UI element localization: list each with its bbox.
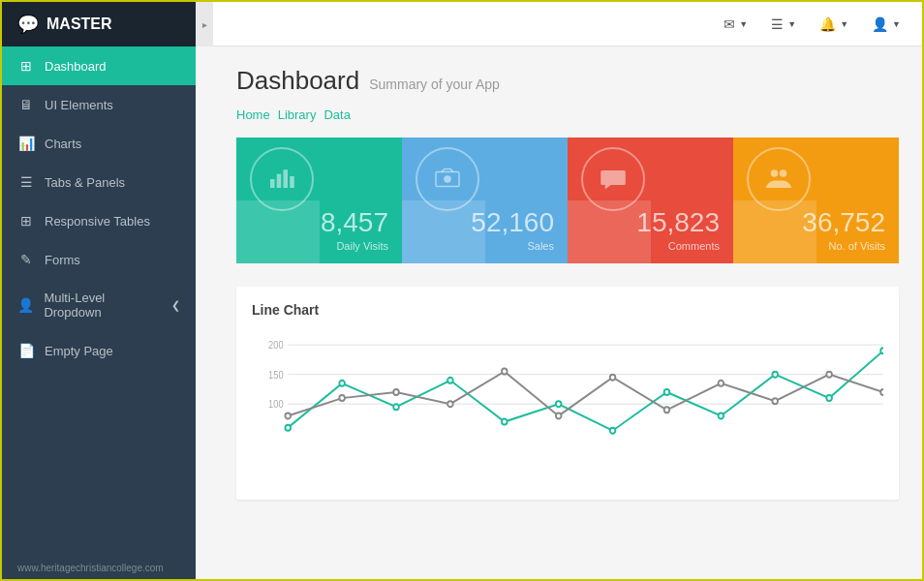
sidebar-item-label: Forms: [45, 253, 80, 267]
page-header: Dashboard Summary of your App: [236, 66, 899, 96]
svg-point-13: [285, 425, 291, 431]
page-content: Dashboard Summary of your App HomeLibrar…: [213, 46, 922, 581]
svg-point-36: [880, 389, 883, 395]
caret-icon: ▼: [787, 19, 796, 29]
tabs-panels-icon: ☰: [17, 174, 35, 190]
line-chart: 100150200: [252, 329, 883, 484]
svg-point-28: [447, 401, 453, 407]
multi-level-icon: 👤: [17, 297, 34, 313]
stats-row: 8,457 Daily Visits 52,160 Sales 15,823 C…: [236, 138, 899, 263]
svg-point-20: [664, 389, 670, 395]
svg-point-21: [719, 413, 724, 418]
sidebar-item-forms[interactable]: ✎ Forms: [2, 240, 196, 279]
svg-point-29: [502, 369, 508, 375]
svg-point-31: [610, 375, 616, 381]
sidebar-item-dashboard[interactable]: ⊞ Dashboard: [2, 46, 196, 85]
sidebar-item-multi-level[interactable]: 👤 Multi-Level Dropdown ❮: [2, 279, 196, 331]
sidebar-item-label: UI Elements: [45, 98, 113, 112]
sidebar-item-charts[interactable]: 📊 Charts: [2, 124, 196, 163]
daily-visits-label: Daily Visits: [250, 240, 388, 252]
dashboard-icon: ⊞: [17, 58, 35, 74]
svg-point-14: [339, 381, 345, 386]
svg-point-17: [502, 419, 508, 425]
svg-point-34: [772, 398, 778, 404]
sidebar-item-label: Responsive Tables: [45, 214, 150, 229]
svg-point-18: [556, 401, 562, 407]
main-content: ✉▼☰▼🔔▼👤▼ Dashboard Summary of your App H…: [213, 2, 922, 581]
bell-icon[interactable]: 🔔▼: [814, 13, 854, 36]
logo-icon: 💬: [17, 14, 39, 35]
breadcrumb: HomeLibraryData: [236, 107, 899, 122]
sidebar-item-empty-page[interactable]: 📄 Empty Page: [2, 331, 196, 370]
daily-visits-value: 8,457: [250, 208, 388, 238]
sidebar-item-label: Tabs & Panels: [45, 175, 125, 190]
topbar: ✉▼☰▼🔔▼👤▼: [213, 2, 922, 46]
sidebar-toggle[interactable]: ▸: [196, 2, 213, 46]
sidebar-item-ui-elements[interactable]: 🖥 UI Elements: [2, 85, 196, 124]
caret-icon: ▼: [840, 19, 848, 29]
svg-rect-3: [290, 176, 294, 188]
caret-icon: ▼: [892, 19, 901, 29]
svg-point-4: [444, 175, 451, 183]
sidebar: 💬 MASTER ⊞ Dashboard 🖥 UI Elements 📊 Cha…: [2, 2, 196, 581]
svg-point-32: [664, 407, 670, 413]
svg-point-24: [880, 348, 883, 353]
sidebar-footer: www.heritagechristiancollege.com: [2, 553, 196, 581]
svg-rect-2: [284, 169, 289, 188]
sidebar-item-label: Multi-Level Dropdown: [44, 290, 162, 320]
svg-point-23: [826, 395, 832, 401]
caret-icon: ▼: [739, 19, 748, 29]
svg-point-15: [393, 404, 399, 410]
page-title: Dashboard: [236, 66, 359, 96]
svg-text:150: 150: [268, 369, 284, 380]
svg-text:100: 100: [268, 399, 284, 410]
svg-point-6: [780, 169, 787, 177]
charts-icon: 📊: [17, 136, 35, 151]
svg-point-35: [826, 372, 832, 378]
bell-icon: 🔔: [819, 16, 836, 32]
sales-value: 52,160: [416, 208, 554, 238]
comments-label: Comments: [581, 240, 720, 252]
chart-title: Line Chart: [252, 302, 883, 318]
arrow-icon: ❮: [171, 299, 180, 312]
stat-card-daily-visits: 8,457 Daily Visits: [236, 138, 402, 263]
sidebar-item-label: Dashboard: [45, 59, 107, 74]
svg-rect-1: [277, 174, 282, 188]
svg-point-27: [393, 389, 399, 395]
svg-point-19: [610, 428, 616, 434]
breadcrumb-item-0[interactable]: Home: [236, 107, 270, 122]
breadcrumb-item-2[interactable]: Data: [323, 107, 350, 122]
sidebar-item-label: Charts: [45, 137, 81, 151]
chart-section: Line Chart 100150200: [236, 287, 899, 500]
app-logo: 💬 MASTER: [2, 2, 196, 46]
svg-point-33: [719, 381, 724, 386]
svg-point-22: [772, 372, 778, 378]
email-icon[interactable]: ✉▼: [718, 13, 754, 36]
svg-point-5: [771, 169, 779, 177]
list-icon[interactable]: ☰▼: [765, 13, 802, 36]
stat-card-num-visits: 36,752 No. of Visits: [733, 138, 899, 263]
num-visits-value: 36,752: [747, 208, 885, 238]
stat-card-sales: 52,160 Sales: [402, 138, 568, 263]
svg-rect-0: [270, 179, 275, 188]
breadcrumb-item-1[interactable]: Library: [278, 107, 317, 122]
email-icon: ✉: [724, 16, 735, 32]
svg-text:200: 200: [268, 340, 284, 351]
svg-point-26: [339, 395, 345, 401]
stat-card-comments: 15,823 Comments: [568, 138, 733, 263]
page-subtitle: Summary of your App: [369, 76, 500, 92]
user-icon[interactable]: 👤▼: [866, 13, 907, 36]
sidebar-item-tabs-panels[interactable]: ☰ Tabs & Panels: [2, 163, 196, 201]
list-icon: ☰: [771, 16, 784, 32]
svg-point-25: [285, 413, 291, 418]
comments-value: 15,823: [581, 208, 720, 238]
responsive-tables-icon: ⊞: [17, 213, 35, 229]
user-icon: 👤: [872, 16, 888, 32]
num-visits-label: No. of Visits: [747, 240, 885, 252]
sidebar-item-responsive-tables[interactable]: ⊞ Responsive Tables: [2, 201, 196, 240]
svg-point-16: [447, 378, 453, 383]
forms-icon: ✎: [17, 252, 35, 267]
app-name: MASTER: [46, 15, 112, 33]
svg-point-30: [556, 413, 562, 418]
empty-page-icon: 📄: [17, 343, 35, 358]
